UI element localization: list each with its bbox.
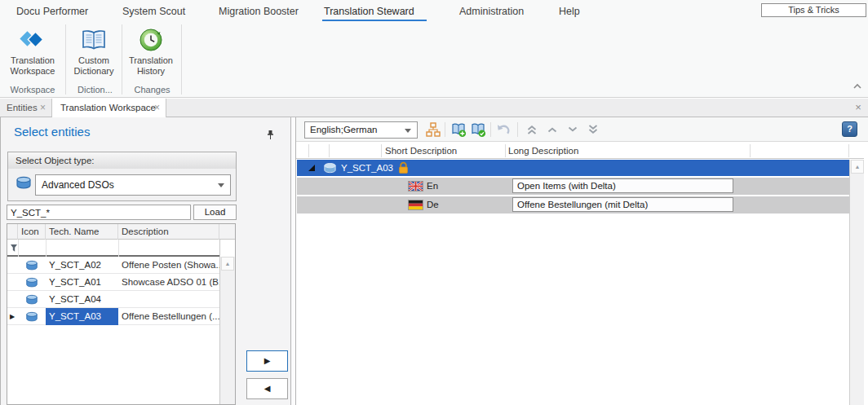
grid-column-line	[381, 144, 382, 157]
row-indicator	[7, 291, 18, 308]
translation-grid-header: Short Description Long Description	[296, 143, 864, 159]
object-type-caption: Select Object type:	[8, 152, 236, 169]
translation-history-label: Translation History	[123, 55, 179, 77]
grid-column-line	[750, 144, 751, 157]
ribbon-group-caption-dictionary: Diction...	[69, 85, 122, 95]
row-indicator	[7, 274, 18, 291]
ribbon-tab-row: Docu Performer System Scout Migration Bo…	[0, 0, 868, 23]
last-item-icon[interactable]	[587, 123, 600, 136]
select-entities-panel: Select entities Select Object type: Adva…	[0, 117, 291, 405]
node-expander-icon[interactable]	[308, 165, 315, 171]
column-header-short-description[interactable]: Short Description	[385, 143, 457, 159]
vertical-scrollbar[interactable]: ▲	[849, 160, 864, 405]
table-row[interactable]: Y_SCT_A02 Offene Posten (Showa...	[7, 257, 219, 274]
tree-node-label: Y_SCT_A03	[341, 160, 393, 176]
scroll-up-button[interactable]: ▲	[851, 160, 864, 174]
pin-icon[interactable]	[265, 130, 276, 140]
united-kingdom-flag-icon	[409, 182, 423, 191]
active-tab-underline	[322, 20, 427, 21]
translation-workspace-label: Translation Workspace	[3, 55, 62, 77]
tech-name-cell[interactable]: Y_SCT_A02	[46, 257, 118, 274]
chevron-up-icon	[852, 82, 862, 90]
toolbar-separator	[517, 122, 518, 137]
ribbon-group-separator	[122, 24, 122, 95]
name-filter-input[interactable]	[7, 205, 191, 220]
ribbon-tab-help[interactable]: Help	[559, 6, 580, 17]
tech-name-cell[interactable]: Y_SCT_A03	[46, 308, 118, 325]
description-cell[interactable]	[118, 291, 219, 308]
chevron-down-icon	[405, 129, 411, 133]
ribbon-tab-migration-booster[interactable]: Migration Booster	[219, 6, 299, 17]
next-item-icon[interactable]	[566, 123, 579, 136]
translation-history-button[interactable]: Translation History	[123, 25, 179, 86]
close-icon[interactable]: ×	[154, 99, 160, 117]
tab-translation-workspace-label: Translation Workspace	[60, 103, 156, 112]
custom-dictionary-icon	[80, 26, 108, 55]
tech-name-cell[interactable]: Y_SCT_A01	[46, 274, 118, 291]
long-description-editor[interactable]: Offene Bestellungen (mit Delta)	[512, 197, 733, 212]
close-icon[interactable]: ×	[40, 99, 46, 117]
description-cell[interactable]: Offene Bestellungen (...	[118, 308, 219, 325]
column-header-icon[interactable]: Icon	[18, 224, 46, 240]
chevron-down-icon	[218, 183, 224, 187]
toolbar-separator	[490, 122, 491, 137]
table-row[interactable]: Y_SCT_A04	[7, 291, 219, 308]
toolbar-separator	[445, 122, 445, 137]
tips-and-tricks-button[interactable]: Tips & Tricks	[761, 3, 866, 17]
move-left-button[interactable]: ◀	[246, 378, 288, 399]
undo-icon[interactable]	[494, 121, 511, 138]
auto-filter-row[interactable]	[7, 240, 219, 257]
table-row[interactable]: Y_SCT_A01 Showcase ADSO 01 (B...	[7, 274, 219, 291]
column-header-description[interactable]: Description	[118, 224, 219, 240]
tree-node-selected[interactable]: Y_SCT_A03	[297, 160, 849, 176]
ribbon-tab-translation-steward[interactable]: Translation Steward	[324, 6, 414, 17]
apply-dictionary-icon[interactable]	[470, 121, 486, 138]
column-header-long-description[interactable]: Long Description	[508, 143, 578, 159]
table-row-selected[interactable]: ▶ Y_SCT_A03 Offene Bestellungen (...	[7, 308, 219, 325]
adso-cylinder-icon	[25, 294, 38, 306]
ribbon: Docu Performer System Scout Migration Bo…	[0, 0, 868, 98]
language-selector-dropdown[interactable]: English;German	[304, 121, 418, 139]
ribbon-tab-docu-performer[interactable]: Docu Performer	[16, 6, 88, 17]
hierarchy-view-icon[interactable]	[425, 121, 441, 138]
long-description-editor[interactable]: Open Items (with Delta)	[512, 178, 733, 193]
translation-toolbar: English;German	[296, 117, 868, 142]
ribbon-group-separator	[65, 24, 66, 95]
tech-name-cell[interactable]: Y_SCT_A04	[46, 291, 118, 308]
object-type-groupbox: Select Object type: Advanced DSOs	[7, 152, 237, 201]
language-code: De	[427, 196, 439, 214]
language-code: En	[427, 178, 438, 195]
scroll-up-button[interactable]: ▲	[221, 257, 234, 271]
custom-dictionary-label: Custom Dictionary	[69, 55, 119, 77]
tab-translation-workspace[interactable]: Translation Workspace ×	[52, 99, 166, 117]
ribbon-tab-system-scout[interactable]: System Scout	[122, 6, 185, 17]
load-button[interactable]: Load	[193, 205, 237, 220]
custom-dictionary-button[interactable]: Custom Dictionary	[69, 25, 119, 86]
language-row-english[interactable]: En Open Items (with Delta)	[297, 178, 849, 195]
close-icon[interactable]: ×	[852, 99, 865, 117]
adso-cylinder-icon	[25, 277, 38, 289]
ribbon-tab-administration[interactable]: Administration	[459, 6, 524, 17]
tab-entities[interactable]: Entities ×	[0, 99, 52, 117]
description-cell[interactable]: Showcase ADSO 01 (B...	[118, 274, 219, 291]
language-row-german[interactable]: De Offene Bestellungen (mit Delta)	[297, 196, 849, 214]
entities-grid-header: Icon Tech. Name Description	[7, 224, 235, 240]
row-indicator	[7, 257, 18, 274]
translation-workspace-button[interactable]: Translation Workspace	[3, 25, 62, 86]
vertical-scrollbar[interactable]: ▲	[220, 257, 235, 404]
add-to-dictionary-icon[interactable]	[450, 121, 467, 138]
panel-title: Select entities	[14, 125, 90, 139]
translation-history-icon	[137, 26, 165, 55]
translation-workspace-icon	[19, 26, 46, 55]
object-type-dropdown[interactable]: Advanced DSOs	[35, 174, 231, 196]
move-right-button[interactable]: ▶	[246, 350, 288, 372]
previous-item-icon[interactable]	[546, 123, 559, 136]
grid-column-line	[329, 144, 330, 157]
first-item-icon[interactable]	[525, 123, 538, 136]
column-header-tech-name[interactable]: Tech. Name	[46, 224, 118, 240]
collapse-ribbon-button[interactable]	[850, 81, 865, 94]
help-icon[interactable]: ?	[842, 121, 857, 137]
ribbon-group-caption-changes: Changes	[123, 85, 181, 95]
description-cell[interactable]: Offene Posten (Showa...	[118, 257, 219, 274]
entities-grid: Icon Tech. Name Description Y_SCT_A02	[7, 223, 236, 405]
